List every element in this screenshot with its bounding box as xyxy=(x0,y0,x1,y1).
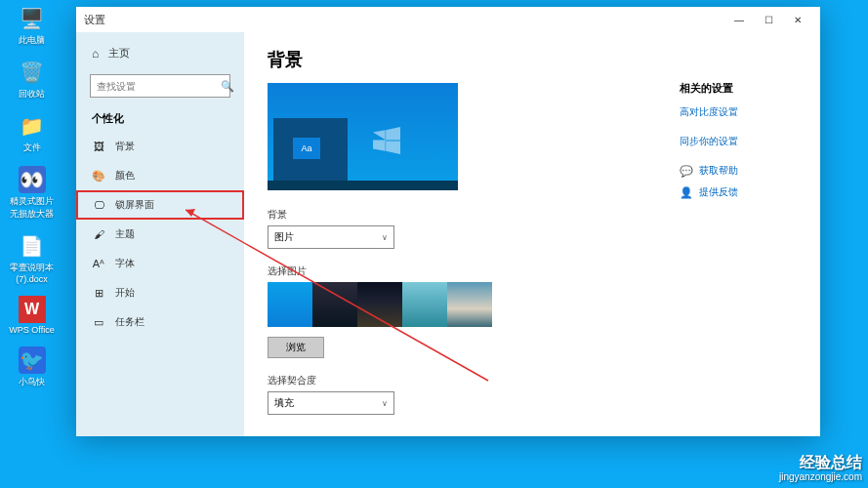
browse-button[interactable]: 浏览 xyxy=(268,337,324,358)
wps-icon: W xyxy=(19,296,46,323)
background-preview: Aa xyxy=(268,83,458,190)
picture-thumb[interactable] xyxy=(402,282,447,327)
desktop-icons: 🖥️ 此电脑 🗑️ 回收站 📁 文件 👀 精灵式图片无损放大器 📄 零壹说明本(… xyxy=(5,5,59,400)
dropdown-value: 图片 xyxy=(274,230,294,244)
picture-thumbnails xyxy=(268,282,797,327)
desktop-icon-label: 回收站 xyxy=(19,88,45,101)
sidebar-item-label: 锁屏界面 xyxy=(115,198,154,212)
titlebar-controls: — ☐ ✕ xyxy=(724,9,812,30)
desktop-icon-app2[interactable]: 🐦 小鸟快 xyxy=(5,346,59,388)
sidebar: ⌂ 主页 🔍 个性化 🖼 背景 🎨 颜色 🖵 锁屏界面 🖌 xyxy=(76,32,244,436)
window-body: ⌂ 主页 🔍 个性化 🖼 背景 🎨 颜色 🖵 锁屏界面 🖌 xyxy=(76,32,820,436)
desktop-icon-label: 零壹说明本(7).docx xyxy=(8,262,57,284)
folder-icon: 📁 xyxy=(19,112,46,140)
preview-accent-mock: Aa xyxy=(293,138,320,159)
related-heading: 相关的设置 xyxy=(680,81,797,96)
search-input[interactable] xyxy=(97,81,221,92)
desktop-icon-computer[interactable]: 🖥️ 此电脑 xyxy=(5,5,59,47)
fit-dropdown[interactable]: 填充 ∨ xyxy=(268,391,394,415)
desktop-icon-folder[interactable]: 📁 文件 xyxy=(5,112,59,154)
sidebar-item-label: 背景 xyxy=(115,140,135,153)
background-type-dropdown[interactable]: 图片 ∨ xyxy=(268,225,394,249)
watermark-sub: jingyanzongjie.com xyxy=(779,471,862,483)
desktop-icon-doc[interactable]: 📄 零壹说明本(7).docx xyxy=(5,232,59,284)
desktop-icon-label: 此电脑 xyxy=(19,34,45,47)
help-icon: 💬 xyxy=(680,165,693,178)
fit-label: 选择契合度 xyxy=(268,374,797,387)
windows-logo-icon xyxy=(373,127,400,154)
choose-picture-label: 选择图片 xyxy=(268,264,797,278)
recycle-icon: 🗑️ xyxy=(19,59,46,86)
palette-icon: 🎨 xyxy=(92,170,105,183)
taskbar-icon: ▭ xyxy=(92,316,105,329)
right-item-label: 提供反馈 xyxy=(699,185,738,199)
sidebar-item-taskbar[interactable]: ▭ 任务栏 xyxy=(76,307,244,337)
sidebar-item-label: 开始 xyxy=(115,286,135,300)
watermark-main: 经验总结 xyxy=(779,453,862,471)
sync-settings-link[interactable]: 同步你的设置 xyxy=(680,135,797,148)
sidebar-category: 个性化 xyxy=(76,105,244,132)
home-icon: ⌂ xyxy=(92,47,99,61)
window-title: 设置 xyxy=(84,13,724,27)
sidebar-item-background[interactable]: 🖼 背景 xyxy=(76,132,244,161)
lockscreen-icon: 🖵 xyxy=(92,199,105,211)
get-help-link[interactable]: 💬 获取帮助 xyxy=(680,164,797,178)
high-contrast-link[interactable]: 高对比度设置 xyxy=(680,105,797,119)
computer-icon: 🖥️ xyxy=(19,5,46,32)
desktop-icon-wps[interactable]: W WPS Office xyxy=(5,296,59,335)
settings-window: 设置 — ☐ ✕ ⌂ 主页 🔍 个性化 🖼 背景 🎨 颜 xyxy=(76,7,820,436)
sidebar-home[interactable]: ⌂ 主页 xyxy=(76,40,244,66)
sidebar-home-label: 主页 xyxy=(108,46,130,61)
watermark: 经验总结 jingyanzongjie.com xyxy=(779,453,862,483)
sidebar-item-fonts[interactable]: Aᴬ 字体 xyxy=(76,249,244,278)
app-icon: 🐦 xyxy=(19,346,46,374)
search-box[interactable]: 🔍 xyxy=(90,74,230,98)
titlebar[interactable]: 设置 — ☐ ✕ xyxy=(76,7,820,32)
sidebar-item-lockscreen[interactable]: 🖵 锁屏界面 xyxy=(76,190,244,220)
start-icon: ⊞ xyxy=(92,287,105,300)
desktop-icon-app1[interactable]: 👀 精灵式图片无损放大器 xyxy=(5,166,59,221)
sidebar-item-colors[interactable]: 🎨 颜色 xyxy=(76,161,244,190)
right-item-label: 获取帮助 xyxy=(699,164,738,178)
picture-thumb[interactable] xyxy=(312,282,357,327)
desktop-icon-recycle[interactable]: 🗑️ 回收站 xyxy=(5,59,59,101)
content-area: 背景 Aa 背景 图片 ∨ 选择图片 浏览 xyxy=(244,32,820,436)
picture-thumb[interactable] xyxy=(357,282,402,327)
picture-thumb[interactable] xyxy=(268,282,312,327)
feedback-icon: 👤 xyxy=(680,186,693,199)
sidebar-item-label: 字体 xyxy=(115,257,135,270)
close-button[interactable]: ✕ xyxy=(783,9,812,30)
background-type-label: 背景 xyxy=(268,208,797,222)
desktop-icon-label: 文件 xyxy=(23,142,41,154)
chevron-down-icon: ∨ xyxy=(382,399,388,408)
dropdown-value: 填充 xyxy=(274,396,294,410)
sidebar-item-label: 任务栏 xyxy=(115,315,145,329)
related-settings-panel: 相关的设置 高对比度设置 同步你的设置 💬 获取帮助 👤 提供反馈 xyxy=(680,81,797,207)
desktop-icon-label: 精灵式图片无损放大器 xyxy=(8,195,57,221)
maximize-button[interactable]: ☐ xyxy=(754,9,783,30)
sidebar-item-label: 颜色 xyxy=(115,169,135,183)
feedback-link[interactable]: 👤 提供反馈 xyxy=(680,185,797,199)
sidebar-item-themes[interactable]: 🖌 主题 xyxy=(76,220,244,249)
font-icon: Aᴬ xyxy=(92,258,105,270)
sidebar-item-start[interactable]: ⊞ 开始 xyxy=(76,278,244,307)
doc-icon: 📄 xyxy=(19,232,46,260)
chevron-down-icon: ∨ xyxy=(382,233,388,242)
picture-thumb[interactable] xyxy=(447,282,492,327)
preview-taskbar-mock xyxy=(268,181,458,190)
desktop-icon-label: WPS Office xyxy=(9,325,54,335)
search-icon: 🔍 xyxy=(221,80,234,93)
page-title: 背景 xyxy=(268,48,797,71)
sidebar-item-label: 主题 xyxy=(115,227,135,241)
desktop-icon-label: 小鸟快 xyxy=(19,376,45,388)
minimize-button[interactable]: — xyxy=(724,9,754,30)
app-icon: 👀 xyxy=(19,166,46,193)
picture-icon: 🖼 xyxy=(92,141,105,152)
theme-icon: 🖌 xyxy=(92,228,105,240)
